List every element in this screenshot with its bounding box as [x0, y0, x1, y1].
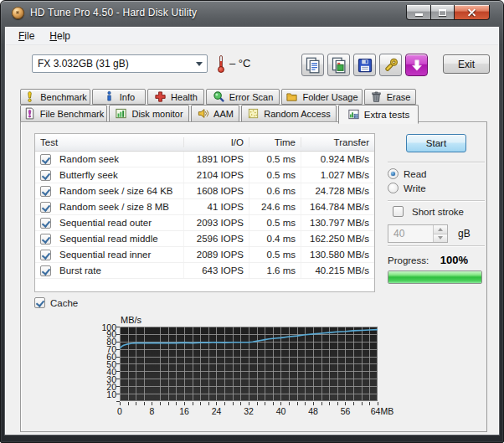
cell-io: 2596 IOPS — [183, 231, 249, 246]
save-button[interactable] — [353, 54, 376, 76]
table-row[interactable]: Burst rate643 IOPS1.6 ms40.215 MB/s — [35, 263, 374, 279]
column-header-transfer[interactable]: Transfer — [301, 137, 374, 147]
erase-icon — [370, 90, 383, 103]
spinner-down-icon[interactable] — [434, 234, 447, 243]
start-button-label: Start — [426, 138, 446, 148]
spinner-buttons — [433, 225, 447, 242]
cache-option[interactable]: Cache — [34, 297, 78, 308]
test-checkbox[interactable] — [40, 170, 51, 181]
cell-io: 2089 IOPS — [183, 247, 249, 262]
cell-io: 41 IOPS — [183, 199, 249, 214]
minimize-button[interactable] — [406, 5, 431, 20]
tab-folder-usage[interactable]: Folder Usage — [281, 89, 363, 105]
test-name: Butterfly seek — [54, 170, 123, 180]
cell-io: 1891 IOPS — [183, 152, 249, 167]
read-option[interactable]: Read — [388, 168, 427, 179]
tab-aam[interactable]: AAM — [191, 105, 239, 122]
test-checkbox[interactable] — [40, 265, 51, 276]
short-stroke-checkbox[interactable] — [393, 206, 404, 217]
maximize-button[interactable] — [431, 5, 455, 20]
tab-label: Benchmark — [40, 92, 87, 102]
test-checkbox[interactable] — [40, 202, 51, 213]
test-name: Random seek / size 64 KB — [54, 186, 178, 196]
column-header-io[interactable]: I/O — [183, 137, 249, 147]
x-axis-tick-label: 48 — [308, 406, 318, 416]
results-table: Test I/O Time Transfer Random seek1891 I… — [34, 133, 375, 292]
chart-y-axis-title: MB/s — [121, 315, 141, 325]
spinner-up-icon[interactable] — [434, 225, 447, 234]
close-button[interactable] — [455, 5, 490, 20]
table-row[interactable]: Random seek1891 IOPS0.5 ms0.924 MB/s — [35, 152, 374, 167]
cell-time: 0.4 ms — [249, 231, 301, 246]
disk-monitor-icon — [115, 107, 127, 120]
cache-checkbox[interactable] — [34, 297, 45, 308]
chevron-down-icon[interactable] — [192, 55, 207, 72]
table-row[interactable]: Random seek / size 64 KB1608 IOPS0.6 ms2… — [35, 183, 374, 199]
titlebar[interactable]: HD Tune Pro 4.50 - Hard Disk Utility — [1, 1, 503, 26]
health-icon — [154, 90, 167, 103]
test-checkbox[interactable] — [40, 218, 51, 229]
tab-label: Erase — [387, 92, 411, 102]
copy-text-button[interactable] — [301, 54, 324, 76]
copy-image-button[interactable] — [327, 54, 350, 76]
folder-usage-icon — [285, 90, 298, 103]
chart-line — [120, 327, 378, 401]
test-checkbox[interactable] — [40, 234, 51, 245]
aam-icon — [197, 107, 209, 120]
table-row[interactable]: Sequential read middle2596 IOPS0.4 ms162… — [35, 231, 374, 247]
tab-error-scan[interactable]: Error Scan — [206, 89, 280, 105]
minimize-icon — [415, 13, 423, 16]
app-icon — [12, 7, 24, 19]
maximize-icon — [439, 9, 446, 16]
column-header-test[interactable]: Test — [35, 137, 183, 147]
tab-benchmark[interactable]: Benchmark — [20, 89, 90, 105]
tab-info[interactable]: Info — [92, 89, 146, 105]
write-radio[interactable] — [388, 183, 399, 193]
update-button[interactable] — [405, 54, 428, 76]
test-checkbox[interactable] — [40, 250, 51, 260]
x-axis-tick-label: 24 — [212, 406, 222, 416]
tab-extra-tests[interactable]: Extra tests — [338, 105, 419, 124]
cache-label: Cache — [50, 298, 78, 308]
short-stroke-label: Short stroke — [412, 207, 464, 217]
table-row[interactable]: Butterfly seek2104 IOPS0.5 ms1.027 MB/s — [35, 167, 374, 183]
table-row[interactable]: Sequential read inner2089 IOPS0.5 ms130.… — [35, 247, 374, 263]
exit-button[interactable]: Exit — [443, 54, 490, 74]
test-name: Random seek / size 8 MB — [54, 202, 174, 212]
progress-bar — [388, 270, 482, 284]
tab-file-benchmark[interactable]: File Benchmark — [20, 105, 107, 122]
benchmark-icon — [23, 90, 36, 103]
test-name: Sequential read middle — [54, 234, 163, 244]
app-window: HD Tune Pro 4.50 - Hard Disk Utility Fil… — [0, 0, 504, 443]
tab-health[interactable]: Health — [147, 89, 204, 105]
tab-erase[interactable]: Erase — [364, 89, 416, 105]
menu-item-help[interactable]: Help — [42, 28, 78, 44]
window-title: HD Tune Pro 4.50 - Hard Disk Utility — [30, 7, 197, 18]
start-button[interactable]: Start — [406, 134, 466, 152]
tab-random-access[interactable]: Random Access — [241, 105, 337, 122]
drive-selector[interactable]: FX 3.032GB (31 gB) — [32, 54, 208, 73]
capacity-spinner[interactable]: 40 — [388, 224, 448, 243]
tab-disk-monitor[interactable]: Disk monitor — [109, 105, 189, 122]
read-radio[interactable] — [388, 168, 399, 179]
menu-bar: FileHelp — [6, 28, 498, 45]
table-row[interactable]: Sequential read outer2093 IOPS0.5 ms130.… — [35, 215, 374, 231]
column-header-time[interactable]: Time — [249, 137, 301, 147]
thermometer-icon — [217, 55, 225, 73]
test-checkbox[interactable] — [40, 186, 51, 197]
write-option[interactable]: Write — [388, 183, 426, 193]
test-checkbox[interactable] — [40, 154, 51, 165]
menu-item-file[interactable]: File — [11, 28, 42, 44]
x-axis-tick-label: 64MB — [371, 406, 393, 416]
window-controls — [406, 5, 490, 20]
tab-label: Error Scan — [229, 92, 274, 102]
table-row[interactable]: Random seek / size 8 MB41 IOPS24.6 ms164… — [35, 199, 374, 215]
options-button[interactable] — [379, 54, 402, 76]
info-icon — [103, 90, 116, 103]
capacity-value[interactable]: 40 — [388, 225, 433, 242]
client-area: FileHelp FX 3.032GB (31 gB) – °C Ex — [4, 26, 500, 435]
cell-io: 1608 IOPS — [183, 183, 249, 198]
random-access-icon — [247, 107, 260, 120]
close-icon — [467, 8, 476, 17]
short-stroke-option[interactable]: Short stroke — [388, 206, 464, 217]
